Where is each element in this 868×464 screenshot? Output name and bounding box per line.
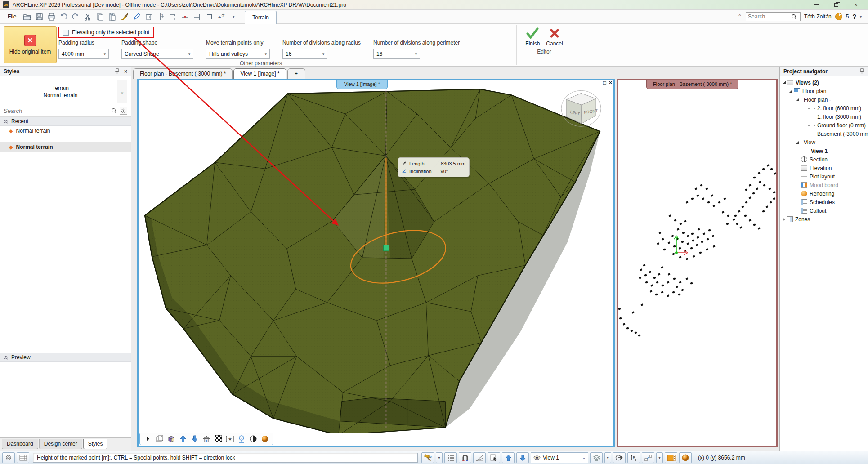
print-button[interactable] bbox=[46, 11, 57, 22]
dropdown-arrow-icon[interactable]: ▾ bbox=[262, 52, 269, 56]
dimension-tool-4-button[interactable] bbox=[192, 11, 202, 22]
select-mode-button[interactable] bbox=[488, 452, 500, 463]
level-down-button[interactable] bbox=[516, 452, 529, 463]
tree-item-schedules[interactable]: Schedules bbox=[780, 198, 868, 206]
cut-button[interactable] bbox=[82, 11, 93, 22]
settings-gear-icon[interactable] bbox=[120, 107, 127, 115]
dimension-tool-3-button[interactable] bbox=[179, 11, 190, 22]
tree-expander-icon[interactable] bbox=[783, 81, 786, 84]
tree-item-views-2-[interactable]: Views (2) bbox=[780, 78, 868, 87]
save-button[interactable] bbox=[34, 11, 45, 22]
tree-item-callout[interactable]: Callout bbox=[780, 206, 868, 215]
dropdown-arrow-icon[interactable]: ▾ bbox=[412, 52, 420, 56]
lighting-button[interactable]: ? bbox=[237, 434, 246, 443]
tree-item-basement-3000-mm-[interactable]: Basement (-3000 mm) bbox=[780, 129, 868, 138]
tree-item-2-floor-6000-mm-[interactable]: 2. floor (6000 mm) bbox=[780, 104, 868, 112]
help-button[interactable]: ? bbox=[852, 13, 856, 20]
view-window-title[interactable]: View 1 [Image] * bbox=[336, 80, 388, 89]
recent-section-header[interactable]: Recent bbox=[0, 117, 131, 126]
layers-button[interactable] bbox=[590, 452, 603, 463]
close-button[interactable]: × bbox=[853, 2, 859, 8]
copy-button[interactable] bbox=[94, 11, 105, 22]
move-down-button[interactable] bbox=[190, 434, 199, 443]
relative-origin-button[interactable]: R bbox=[627, 452, 640, 463]
redo-button[interactable] bbox=[70, 11, 81, 22]
dimension-tool-2-button[interactable] bbox=[167, 11, 178, 22]
render-quick-button[interactable] bbox=[679, 452, 692, 463]
pin-icon[interactable] bbox=[859, 68, 864, 74]
tree-item-view-1[interactable]: View 1 bbox=[780, 147, 868, 155]
window-close-icon[interactable]: × bbox=[609, 80, 612, 86]
styles-search-input[interactable] bbox=[4, 107, 108, 114]
panel-tab-styles[interactable]: Styles bbox=[83, 439, 108, 449]
construction-tool-dropdown[interactable]: ▾ bbox=[436, 452, 443, 463]
layers-dropdown[interactable]: ▾ bbox=[604, 452, 611, 463]
contrast-button[interactable] bbox=[249, 434, 258, 443]
preview-section-header[interactable]: Preview bbox=[0, 353, 131, 362]
tree-item-zones[interactable]: Zones bbox=[780, 215, 868, 223]
render-button[interactable] bbox=[260, 434, 269, 443]
level-up-button[interactable] bbox=[502, 452, 515, 463]
expand-toolbar-button[interactable] bbox=[143, 434, 152, 443]
maximize-button[interactable] bbox=[833, 2, 839, 8]
pin-icon[interactable] bbox=[115, 68, 120, 74]
style-item-normal-terrain[interactable]: ◆ Normal terrain bbox=[0, 126, 131, 136]
grid-toggle-button[interactable] bbox=[444, 452, 457, 463]
view-window[interactable]: View 1 [Image] * □ × bbox=[137, 79, 615, 447]
tree-expander-icon[interactable] bbox=[783, 218, 785, 221]
animation-button[interactable] bbox=[665, 452, 677, 463]
file-button[interactable]: File bbox=[4, 11, 20, 22]
search-input[interactable] bbox=[748, 13, 791, 20]
tree-expander-icon[interactable] bbox=[796, 141, 799, 144]
minimize-button[interactable] bbox=[813, 2, 819, 8]
dimension-tool-5-button[interactable] bbox=[204, 11, 215, 22]
collapse-ribbon-icon[interactable]: ⌃ bbox=[738, 13, 742, 20]
pencil-button[interactable] bbox=[131, 11, 142, 22]
finish-button[interactable]: Finish bbox=[525, 27, 540, 47]
angle-snap-button[interactable] bbox=[473, 452, 486, 463]
settings-button[interactable] bbox=[2, 452, 15, 463]
undo-button[interactable] bbox=[58, 11, 69, 22]
construction-tool-button[interactable]: 30 bbox=[421, 452, 434, 463]
license-pie-icon[interactable] bbox=[835, 13, 842, 20]
view-combo-dropdown-icon[interactable]: ⌄ bbox=[582, 455, 586, 460]
background-toggle-button[interactable] bbox=[214, 434, 223, 443]
param-select[interactable]: Curved Shape▾ bbox=[121, 49, 193, 59]
tree-item-rendering[interactable]: Rendering bbox=[780, 189, 868, 198]
terrain-3d-view[interactable]: LEFT FRONT bbox=[139, 86, 613, 433]
global-search[interactable] bbox=[746, 12, 801, 21]
navigation-cube[interactable]: LEFT FRONT bbox=[561, 90, 601, 126]
dropdown-arrow-icon[interactable]: ▾ bbox=[320, 52, 327, 56]
tree-item-section[interactable]: Section bbox=[780, 155, 868, 164]
style-item-normal-terrain-selected[interactable]: ◆ Normal terrain bbox=[0, 142, 131, 152]
tree-item-floor-plan[interactable]: Floor plan bbox=[780, 87, 868, 95]
user-name[interactable]: Tóth Zoltán bbox=[804, 13, 832, 20]
dropdown-arrow-icon[interactable]: ▾ bbox=[186, 52, 193, 56]
toolbar-overflow-button[interactable]: ▾ bbox=[228, 11, 239, 22]
elevate-point-checkbox[interactable] bbox=[63, 30, 69, 36]
tab-floor-plan-basement-3000-mm-[interactable]: Floor plan - Basement (-3000 mm) * bbox=[133, 68, 233, 79]
dimension-tool-1-button[interactable]: + bbox=[155, 11, 166, 22]
segment-tool-button[interactable] bbox=[642, 452, 654, 463]
close-panel-icon[interactable]: × bbox=[124, 68, 127, 75]
param-select[interactable]: Hills and valleys▾ bbox=[206, 49, 270, 59]
paste-button[interactable] bbox=[107, 11, 117, 22]
elevate-point-option[interactable]: Elevating only the selected point bbox=[58, 27, 154, 38]
selected-point-handle[interactable] bbox=[383, 245, 389, 251]
help-dropdown-icon[interactable]: ▾ bbox=[860, 15, 862, 19]
tree-item-1-floor-3000-mm-[interactable]: 1. floor (3000 mm) bbox=[780, 112, 868, 121]
tab-terrain[interactable]: Terrain bbox=[245, 11, 277, 24]
delete-button[interactable] bbox=[143, 11, 154, 22]
dropdown-arrow-icon[interactable]: ▾ bbox=[101, 52, 108, 56]
tree-item-plot-layout[interactable]: Plot layout bbox=[780, 172, 868, 181]
shaded-mode-button[interactable] bbox=[167, 434, 176, 443]
tab-view-1-image-[interactable]: View 1 [Image] * bbox=[233, 68, 286, 79]
style-selector-dropdown-icon[interactable]: ⌄ bbox=[117, 80, 127, 103]
snap-toggle-button[interactable] bbox=[459, 452, 471, 463]
panel-tab-dashboard[interactable]: Dashboard bbox=[2, 439, 38, 449]
panel-tab-design-center[interactable]: Design center bbox=[39, 439, 82, 449]
dimension-tool-6-button[interactable]: +?+ bbox=[216, 11, 227, 22]
segment-tool-dropdown[interactable]: ▾ bbox=[656, 452, 663, 463]
floorplan-window-title[interactable]: Floor plan - Basement (-3000 mm) * bbox=[646, 80, 738, 89]
command-hint[interactable]: Height of the marked point [m];, CTRL = … bbox=[33, 453, 418, 463]
